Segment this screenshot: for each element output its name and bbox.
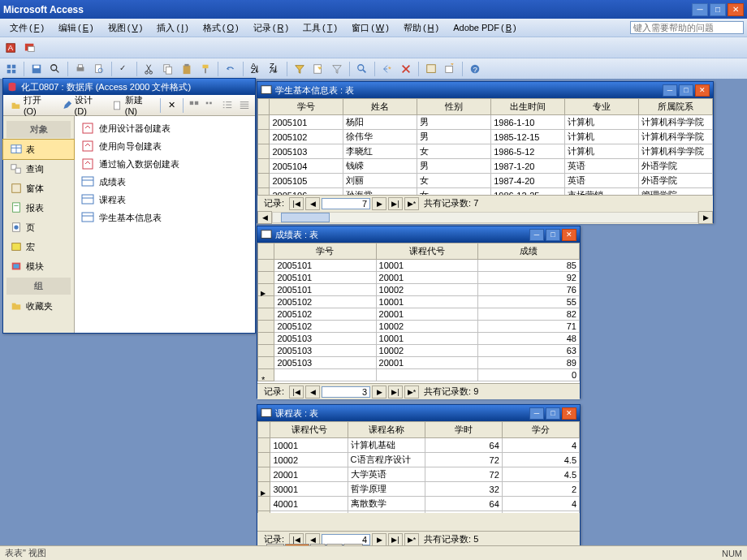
course-title-bar[interactable]: 课程表 : 表 ─ □ ✕ — [257, 405, 580, 421]
table-cell[interactable]: 英语 — [565, 174, 639, 188]
table-cell[interactable]: 女 — [417, 144, 491, 159]
table-cell[interactable]: 市场营销 — [565, 188, 639, 196]
table-cell[interactable]: 10002 — [376, 345, 477, 357]
sidebar-item-pages[interactable]: 页 — [3, 218, 74, 237]
delete-icon[interactable]: ✕ — [164, 97, 179, 114]
table-cell[interactable]: 2005103 — [274, 333, 376, 345]
table-cell[interactable]: C语言程序设计 — [348, 453, 425, 467]
nav-new-button[interactable]: ▶* — [404, 197, 419, 210]
table-cell[interactable]: 4.5 — [502, 467, 579, 482]
row-selector[interactable] — [258, 174, 270, 188]
column-header[interactable]: 姓名 — [343, 99, 417, 115]
help-icon[interactable]: ? — [467, 61, 483, 77]
nav-first-button[interactable]: |◀ — [289, 197, 304, 210]
sidebar-item-macros[interactable]: 宏 — [3, 237, 74, 256]
table-cell[interactable]: 20001 — [376, 357, 477, 369]
table-cell[interactable]: 2005101 — [274, 284, 376, 296]
table-cell[interactable]: 1986-1-10 — [491, 115, 565, 130]
table-cell[interactable]: 2 — [502, 482, 579, 497]
view-icon[interactable] — [3, 61, 19, 77]
table-cell[interactable]: 钱嵘 — [343, 159, 417, 174]
help-search-input[interactable] — [630, 21, 744, 34]
maximize-button[interactable]: □ — [546, 229, 560, 241]
table-cell[interactable]: 72 — [425, 453, 502, 467]
sort-desc-icon[interactable]: ZA — [266, 61, 283, 77]
nav-position-input[interactable] — [322, 198, 370, 209]
table-cell[interactable]: 李晓红 — [343, 144, 417, 159]
sort-asc-icon[interactable]: AZ — [248, 61, 264, 77]
table-cell[interactable]: 1987-4-20 — [491, 174, 565, 188]
table-cell[interactable]: 外语学院 — [639, 174, 713, 188]
table-cell[interactable]: 2005103 — [270, 144, 343, 159]
table-cell[interactable]: 2005102 — [270, 130, 343, 144]
table-row[interactable]: 2005106孙海棠女1986-12-25市场营销管理学院 — [258, 188, 713, 196]
maximize-button[interactable]: □ — [679, 84, 693, 97]
row-selector[interactable] — [258, 497, 270, 511]
column-header[interactable]: 学分 — [502, 422, 579, 438]
nav-last-button[interactable]: ▶| — [388, 197, 403, 210]
row-selector[interactable] — [258, 453, 270, 467]
column-header[interactable]: 专业 — [565, 99, 639, 115]
table-cell[interactable]: 10001 — [376, 333, 477, 345]
list-item[interactable]: 通过输入数据创建表 — [78, 155, 252, 173]
menu-format[interactable]: 格式(O) — [196, 20, 245, 36]
minimize-button[interactable]: ─ — [529, 407, 544, 420]
cut-icon[interactable] — [141, 61, 158, 77]
list-view-icon[interactable] — [220, 97, 235, 114]
student-title-bar[interactable]: 学生基本信息表 : 表 ─ □ ✕ — [257, 82, 713, 98]
table-cell[interactable]: 4.5 — [502, 453, 579, 467]
table-cell[interactable]: 4 — [502, 497, 579, 511]
apply-filter-icon[interactable] — [329, 61, 345, 77]
nav-position-input[interactable] — [322, 386, 370, 398]
table-cell[interactable]: 4 — [502, 438, 579, 453]
table-cell[interactable]: 20001 — [376, 272, 477, 284]
print-icon[interactable] — [72, 61, 89, 77]
table-cell[interactable]: 外语学院 — [639, 159, 713, 174]
menu-adobe-pdf[interactable]: Adobe PDF(B) — [447, 21, 523, 34]
sidebar-item-tables[interactable]: 表 — [2, 139, 75, 160]
list-item[interactable]: 成绩表 — [78, 173, 252, 191]
row-selector[interactable] — [258, 357, 274, 369]
row-selector[interactable] — [258, 115, 270, 130]
row-selector[interactable] — [258, 188, 270, 196]
select-all-header[interactable] — [258, 243, 274, 260]
column-header[interactable]: 课程代号 — [270, 422, 348, 438]
table-cell[interactable] — [274, 369, 376, 381]
large-icons-icon[interactable] — [186, 97, 201, 114]
table-row[interactable]: 20051031000148 — [258, 333, 580, 345]
close-button[interactable]: ✕ — [562, 407, 576, 420]
table-cell[interactable]: 孙海棠 — [343, 188, 417, 196]
table-row[interactable]: 10001计算机基础644 — [258, 438, 580, 453]
table-cell[interactable]: 48 — [477, 333, 579, 345]
database-window-icon[interactable] — [423, 61, 439, 77]
close-button[interactable]: ✕ — [695, 84, 710, 97]
student-scrollbar[interactable]: ◀ ▶ — [257, 211, 713, 224]
table-cell[interactable]: 10001 — [376, 296, 477, 308]
score-datasheet[interactable]: 学号课程代号成绩20051011000185200510120001922005… — [257, 243, 580, 383]
table-cell[interactable]: 2005104 — [270, 159, 343, 174]
db-open-button[interactable]: 打开(O) — [6, 92, 56, 118]
table-cell[interactable]: 计算机科学学院 — [639, 144, 713, 159]
menu-file[interactable]: 文件(F) — [3, 20, 50, 36]
maximize-button[interactable]: □ — [710, 3, 726, 16]
row-selector[interactable] — [258, 144, 270, 159]
row-selector[interactable] — [258, 272, 274, 284]
minimize-button[interactable]: ─ — [663, 84, 677, 97]
nav-prev-button[interactable]: ◀ — [305, 197, 320, 210]
sidebar-item-modules[interactable]: 模块 — [3, 256, 74, 276]
table-row[interactable]: 20051032000189 — [258, 357, 580, 369]
nav-first-button[interactable]: |◀ — [289, 386, 304, 398]
menu-help[interactable]: 帮助(H) — [397, 20, 445, 36]
row-selector[interactable] — [258, 159, 270, 174]
table-cell[interactable]: 男 — [417, 130, 491, 144]
student-datasheet[interactable]: 学号姓名性别出生时间专业所属院系2005101杨阳男1986-1-10计算机计算… — [257, 98, 713, 195]
table-cell[interactable]: 82 — [477, 308, 579, 321]
table-cell[interactable]: 刘丽 — [343, 174, 417, 188]
table-cell[interactable]: 20001 — [376, 308, 477, 321]
table-cell[interactable]: 0 — [477, 369, 579, 381]
copy-icon[interactable] — [160, 61, 176, 77]
row-selector[interactable] — [258, 438, 270, 453]
table-cell[interactable]: 2005105 — [270, 174, 343, 188]
save-icon[interactable] — [28, 61, 45, 77]
table-cell[interactable]: 1987-1-20 — [491, 159, 565, 174]
